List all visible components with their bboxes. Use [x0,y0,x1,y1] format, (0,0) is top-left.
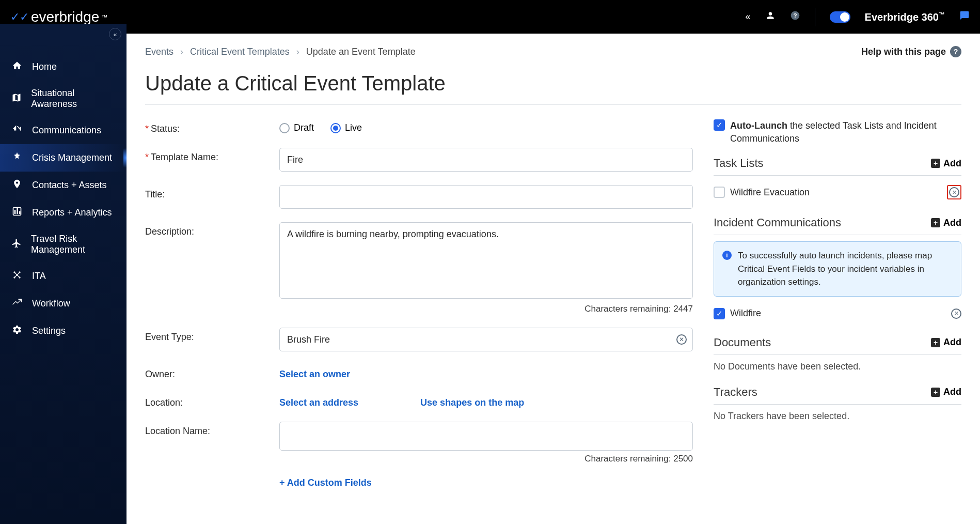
sidebar-item-settings[interactable]: Settings [0,317,127,345]
logo-text: everbridge [31,9,99,25]
topbar: ✓✓ everbridge™ « ? Everbridge 360™ [0,0,980,34]
info-banner: i To successfully auto launch incidents,… [714,241,961,297]
breadcrumb-level2[interactable]: Critical Event Templates [190,47,290,57]
product-toggle[interactable] [830,11,850,23]
sidebar: « Home Situational Awareness Communicati… [0,34,127,524]
page-title: Update a Critical Event Template [145,72,961,95]
plus-icon: + [931,388,940,397]
incident-comm-add-button[interactable]: + Add [931,218,961,228]
add-custom-fields-link[interactable]: + Add Custom Fields [279,477,372,488]
sidebar-item-label: Situational Awareness [31,88,115,110]
task-lists-title: Task Lists [714,157,764,170]
sidebar-item-label: Reports + Analytics [32,207,112,218]
main-content: Events › Critical Event Templates › Upda… [127,34,980,524]
remove-task-list-icon[interactable]: ✕ [949,187,959,197]
collapse-left-icon[interactable]: « [746,11,751,22]
sidebar-item-label: Crisis Management [32,152,112,163]
remove-highlight: ✕ [947,185,961,199]
sidebar-item-ita[interactable]: ITA [0,263,127,290]
sidebar-item-reports[interactable]: Reports + Analytics [0,199,127,226]
breadcrumb-level1[interactable]: Events [145,47,173,57]
documents-add-button[interactable]: + Add [931,337,961,348]
task-lists-add-button[interactable]: + Add [931,158,961,169]
auto-launch-checkbox[interactable]: ✓ [714,119,725,131]
incident-item: ✓ Wildfire ✕ [714,305,961,322]
use-shapes-link[interactable]: Use shapes on the map [420,397,524,408]
breadcrumb: Events › Critical Event Templates › Upda… [145,47,416,57]
description-label: Description: [145,222,279,237]
network-icon [11,270,23,283]
help-question-icon: ? [950,46,961,57]
sidebar-collapse-button[interactable]: « [109,28,121,40]
svg-text:?: ? [793,12,797,19]
chart-bar-icon [11,206,23,219]
template-name-input[interactable] [279,148,693,172]
template-name-label: *Template Name: [145,148,279,163]
trackers-add-button[interactable]: + Add [931,387,961,397]
logo: ✓✓ everbridge™ [10,9,107,25]
description-textarea[interactable] [279,222,693,299]
incident-item-checkbox[interactable]: ✓ [714,308,725,319]
documents-title: Documents [714,336,771,349]
trend-icon [11,297,23,310]
title-input[interactable] [279,185,693,209]
plane-icon [11,238,22,251]
form-column: *Status: Draft Live [145,119,693,502]
sidebar-item-travel[interactable]: Travel Risk Management [0,226,127,263]
user-icon[interactable] [765,10,776,23]
task-list-item-label: Wildfire Evacuation [730,187,942,198]
pin-icon [11,179,23,192]
sidebar-item-contacts[interactable]: Contacts + Assets [0,172,127,199]
brand-360-label: Everbridge 360™ [865,11,945,23]
crisis-icon [11,151,23,164]
sidebar-item-home[interactable]: Home [0,53,127,81]
sidebar-item-label: ITA [32,271,46,282]
trackers-title: Trackers [714,386,757,399]
help-icon[interactable]: ? [790,10,800,23]
sidebar-collapse-wrap: « [0,24,127,45]
event-type-input[interactable] [279,328,693,351]
logo-wing-icon: ✓✓ [10,10,29,24]
trackers-empty-text: No Trackers have been selected. [714,411,961,422]
help-with-page-link[interactable]: Help with this page ? [861,46,961,57]
status-radio-group: Draft Live [279,119,693,133]
chat-icon[interactable] [959,10,970,24]
incident-comm-title: Incident Communications [714,216,841,229]
plus-icon: + [931,218,940,227]
event-type-clear-icon[interactable]: ✕ [676,334,687,345]
location-label: Location: [145,393,279,408]
topbar-divider [815,8,815,26]
status-live-radio[interactable]: Live [330,122,362,133]
owner-label: Owner: [145,365,279,380]
plus-icon: + [931,338,940,347]
event-type-label: Event Type: [145,328,279,343]
description-char-count: Characters remaining: 2447 [279,304,693,314]
documents-panel: Documents + Add No Documents have been s… [714,336,961,372]
location-name-label: Location Name: [145,422,279,437]
status-label: *Status: [145,119,279,134]
sidebar-item-crisis[interactable]: Crisis Management [0,144,127,172]
task-list-item: Wildfire Evacuation ✕ [714,182,961,203]
breadcrumb-current: Update an Event Template [306,47,416,57]
auto-launch-label: Auto-Launch the selected Task Lists and … [730,119,961,145]
location-name-input[interactable] [279,422,693,451]
bullhorn-icon [11,124,23,137]
sidebar-item-label: Workflow [32,298,70,309]
title-label: Title: [145,185,279,200]
info-icon: i [722,251,732,260]
plus-icon: + [931,159,940,168]
remove-incident-icon[interactable]: ✕ [951,309,961,319]
select-address-link[interactable]: Select an address [279,397,358,408]
incident-comm-panel: Incident Communications + Add i To succe… [714,216,961,322]
sidebar-item-situational[interactable]: Situational Awareness [0,81,127,117]
sidebar-item-workflow[interactable]: Workflow [0,290,127,317]
sidebar-item-label: Home [32,61,57,72]
documents-empty-text: No Documents have been selected. [714,361,961,372]
topbar-actions: « ? Everbridge 360™ [746,8,970,26]
select-owner-link[interactable]: Select an owner [279,369,350,379]
home-icon [11,60,23,73]
status-draft-radio[interactable]: Draft [279,122,314,133]
sidebar-item-communications[interactable]: Communications [0,117,127,144]
task-list-item-checkbox[interactable] [714,187,725,198]
sidebar-item-label: Travel Risk Management [31,234,115,255]
